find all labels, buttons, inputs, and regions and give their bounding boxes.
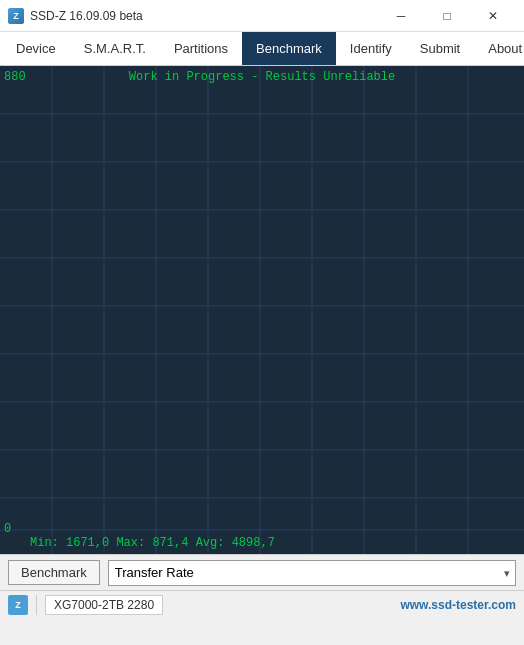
y-axis-top-label: 880 <box>4 70 26 84</box>
menu-item-partitions[interactable]: Partitions <box>160 32 242 65</box>
status-bar: Z XG7000-2TB 2280 www.ssd-tester.com <box>0 590 524 618</box>
menu-item-device[interactable]: Device <box>2 32 70 65</box>
chart-stats: Min: 1671,0 Max: 871,4 Avg: 4898,7 <box>30 536 275 550</box>
menu-bar: Device S.M.A.R.T. Partitions Benchmark I… <box>0 32 524 66</box>
chart-title: Work in Progress - Results Unreliable <box>129 70 395 84</box>
title-bar: Z SSD-Z 16.09.09 beta ─ □ ✕ <box>0 0 524 32</box>
menu-item-smart[interactable]: S.M.A.R.T. <box>70 32 160 65</box>
menu-item-identify[interactable]: Identify <box>336 32 406 65</box>
status-website: www.ssd-tester.com <box>400 598 516 612</box>
bottom-controls: Benchmark Transfer Rate Access Time IOPS… <box>0 554 524 590</box>
minimize-button[interactable]: ─ <box>378 0 424 32</box>
dropdown-wrapper: Transfer Rate Access Time IOPS ▾ <box>108 560 516 586</box>
chart-grid-svg <box>0 66 524 554</box>
title-bar-title: SSD-Z 16.09.09 beta <box>30 9 143 23</box>
chart-area: 880 Work in Progress - Results Unreliabl… <box>0 66 524 554</box>
title-bar-left: Z SSD-Z 16.09.09 beta <box>8 8 143 24</box>
transfer-rate-dropdown[interactable]: Transfer Rate Access Time IOPS <box>108 560 516 586</box>
app-icon: Z <box>8 8 24 24</box>
status-device-name: XG7000-2TB 2280 <box>45 595 163 615</box>
menu-item-benchmark[interactable]: Benchmark <box>242 32 336 65</box>
close-button[interactable]: ✕ <box>470 0 516 32</box>
menu-item-about[interactable]: About <box>474 32 524 65</box>
svg-rect-0 <box>0 66 524 554</box>
benchmark-button[interactable]: Benchmark <box>8 560 100 585</box>
y-axis-bottom-label: 0 <box>4 522 11 536</box>
status-divider <box>36 595 37 615</box>
title-bar-controls: ─ □ ✕ <box>378 0 516 32</box>
maximize-button[interactable]: □ <box>424 0 470 32</box>
menu-item-submit[interactable]: Submit <box>406 32 474 65</box>
status-app-icon: Z <box>8 595 28 615</box>
